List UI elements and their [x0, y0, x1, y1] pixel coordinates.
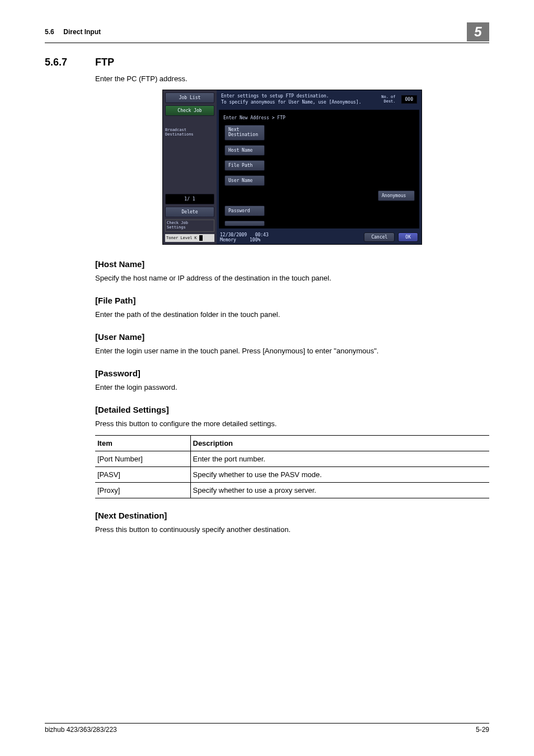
device-panel-figure: Job List Check Job Broadcast Destination…: [95, 90, 489, 244]
cell-item: [Port Number]: [95, 451, 190, 466]
cell-item: [PASV]: [95, 466, 190, 482]
section-user-name: [User Name]: [95, 332, 489, 342]
footer-datetime: 12/30/2009 00:43 Memory 100%: [220, 232, 269, 242]
footer-mem-val: 100%: [250, 237, 260, 242]
chapter-no: 5: [474, 24, 481, 40]
password-text: Enter the login password.: [95, 382, 489, 393]
cell-item: [Proxy]: [95, 482, 190, 498]
password-button[interactable]: Password: [224, 206, 265, 216]
user-name-button[interactable]: User Name: [224, 175, 265, 186]
detailed-settings-table: Item Description [Port Number] Enter the…: [95, 435, 489, 498]
panel-footer: 12/30/2009 00:43 Memory 100% Cancel OK: [217, 231, 421, 244]
next-destination-button[interactable]: Next Destination: [224, 125, 265, 141]
intro-text: Enter the PC (FTP) address.: [95, 74, 489, 84]
table-header-item: Item: [95, 435, 190, 451]
ok-button[interactable]: OK: [398, 232, 418, 242]
anonymous-button[interactable]: Anonymous: [378, 190, 415, 201]
page-indicator: 1/ 1: [165, 194, 214, 204]
section-password: [Password]: [95, 368, 489, 378]
section-next-destination: [Next Destination]: [95, 511, 489, 520]
toner-level: Toner Level K: [165, 234, 214, 242]
toner-bar: [199, 235, 203, 241]
detailed-settings-button[interactable]: [224, 221, 265, 226]
panel-main: Enter settings to setup FTP destination.…: [217, 90, 421, 244]
heading-title: FTP: [95, 57, 114, 68]
check-job-button[interactable]: Check Job: [165, 105, 214, 116]
heading-ftp: 5.6.7 FTP: [45, 57, 489, 68]
footer-mem-label: Memory: [220, 237, 236, 242]
section-no: 5.6: [45, 28, 54, 36]
panel-content: Enter New Address > FTP Next Destination…: [219, 110, 419, 228]
table-header-description: Description: [190, 435, 489, 451]
dest-count: 000: [401, 95, 417, 104]
instruction-line2: To specify anonymous for User Name, use …: [221, 100, 361, 105]
no-of-dest-label: No. of Dest.: [381, 95, 395, 104]
cell-desc: Specify whether to use a proxy server.: [190, 482, 489, 498]
cancel-button[interactable]: Cancel: [364, 232, 395, 242]
page-footer: bizhub 423/363/283/223 5-29: [45, 723, 489, 734]
detailed-settings-text: Press this button to configure the more …: [95, 419, 489, 429]
chapter-badge: 5: [467, 22, 489, 41]
instruction-line1: Enter settings to setup FTP destination.: [221, 94, 361, 99]
toner-label: Toner Level: [166, 236, 192, 240]
file-path-text: Enter the path of the destination folder…: [95, 310, 489, 320]
table-row: [Proxy] Specify whether to use a proxy s…: [95, 482, 489, 498]
table-row: [PASV] Specify whether to use the PASV m…: [95, 466, 489, 482]
panel-sidebar: Job List Check Job Broadcast Destination…: [163, 90, 217, 244]
toner-k-label: K: [194, 236, 196, 240]
footer-page-no: 5-29: [476, 726, 489, 734]
file-path-button[interactable]: File Path: [224, 160, 265, 171]
section-host-name: [Host Name]: [95, 259, 489, 269]
check-job-settings-button[interactable]: Check Job Settings: [165, 220, 214, 231]
delete-button[interactable]: Delete: [165, 207, 214, 217]
cell-desc: Specify whether to use the PASV mode.: [190, 466, 489, 482]
next-destination-text: Press this button to continuously specif…: [95, 525, 489, 535]
table-row: [Port Number] Enter the port number.: [95, 451, 489, 466]
host-name-text: Specify the host name or IP address of t…: [95, 273, 489, 283]
footer-date: 12/30/2009: [220, 232, 247, 237]
host-name-button[interactable]: Host Name: [224, 145, 265, 156]
footer-model: bizhub 423/363/283/223: [45, 726, 117, 734]
touch-panel: Job List Check Job Broadcast Destination…: [162, 90, 422, 244]
section-title: Direct Input: [63, 28, 101, 36]
heading-number: 5.6.7: [45, 57, 95, 68]
cell-desc: Enter the port number.: [190, 451, 489, 466]
footer-time: 00:43: [255, 232, 269, 237]
header-left: 5.6 Direct Input: [45, 28, 101, 36]
broadcast-label: Broadcast Destinations: [165, 127, 214, 138]
user-name-text: Enter the login user name in the touch p…: [95, 346, 489, 356]
job-list-button[interactable]: Job List: [165, 92, 214, 103]
breadcrumb: Enter New Address > FTP: [221, 112, 417, 125]
page-header: 5.6 Direct Input 5: [45, 22, 489, 43]
section-file-path: [File Path]: [95, 296, 489, 305]
section-detailed-settings: [Detailed Settings]: [95, 405, 489, 414]
panel-instructions: Enter settings to setup FTP destination.…: [217, 90, 421, 109]
dest-label: Dest.: [383, 99, 395, 104]
